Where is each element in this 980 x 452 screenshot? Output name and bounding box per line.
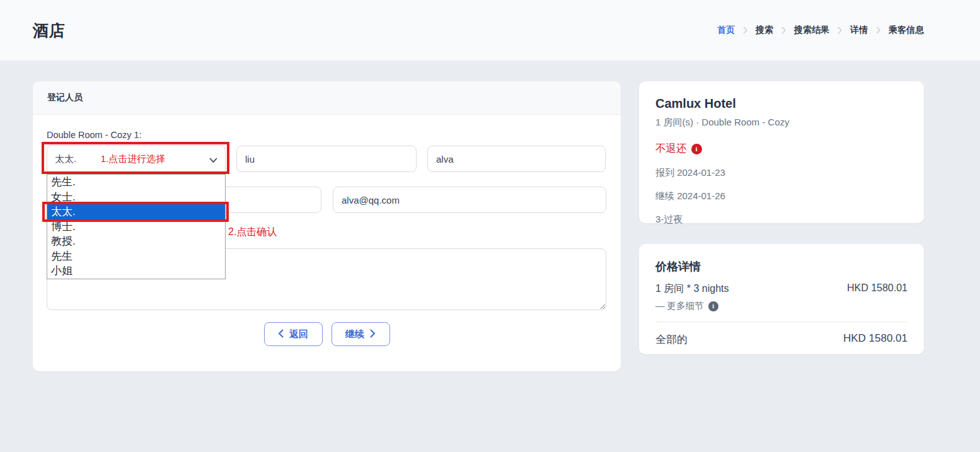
dropdown-option[interactable]: 教授. xyxy=(47,234,225,249)
breadcrumb-search-results[interactable]: 搜索结果 xyxy=(794,25,829,36)
price-card-title: 价格详情 xyxy=(655,259,908,274)
dropdown-option-selected[interactable]: 太太. xyxy=(47,204,225,219)
chevron-right-icon xyxy=(838,26,842,34)
refund-policy: 不退还 i xyxy=(655,142,908,156)
info-icon[interactable]: i xyxy=(691,144,702,154)
total-amount: HKD 1580.01 xyxy=(843,332,908,347)
top-header: 酒店 首页 搜索 搜索结果 详情 乘客信息 xyxy=(0,0,980,61)
price-line-label: 1 房间 * 3 nights xyxy=(655,282,729,296)
page-title: 酒店 xyxy=(33,20,66,41)
name-row: 太太. 1.点击进行选择 先生. 女士. 太太. 博士. 教授. 先生 小姐 xyxy=(47,145,607,173)
dropdown-option[interactable]: 博士. xyxy=(47,219,225,235)
total-label: 全部的 xyxy=(655,332,688,347)
continue-button[interactable]: 继续 xyxy=(331,322,390,346)
title-select-dropdown: 先生. 女士. 太太. 博士. 教授. 先生 小姐 xyxy=(47,174,226,279)
breadcrumb-search[interactable]: 搜索 xyxy=(756,25,773,36)
check-out-date: 继续 2024-01-26 xyxy=(655,190,908,202)
annotation-step2-label: 2.点击确认 xyxy=(228,226,277,239)
chevron-down-icon xyxy=(209,155,218,167)
price-line-amount: HKD 1580.01 xyxy=(847,282,908,296)
divider xyxy=(655,322,908,322)
title-select-value: 太太. xyxy=(55,153,76,165)
total-row: 全部的 HKD 1580.01 xyxy=(655,332,908,347)
breadcrumb: 首页 搜索 搜索结果 详情 乘客信息 xyxy=(717,25,924,36)
price-line-item: 1 房间 * 3 nights HKD 1580.01 xyxy=(655,282,908,296)
registration-card-header: 登记人员 xyxy=(33,81,621,115)
first-name-field[interactable] xyxy=(236,146,417,172)
more-details-label: — 更多细节 xyxy=(655,300,704,312)
dropdown-option[interactable]: 先生 xyxy=(47,249,225,264)
more-details-row: — 更多细节 i xyxy=(655,300,908,312)
back-button[interactable]: 返回 xyxy=(264,322,323,346)
chevron-left-icon xyxy=(278,329,284,340)
title-select[interactable]: 太太. 1.点击进行选择 xyxy=(47,145,226,173)
registration-card: 登记人员 Double Room - Cozy 1: 太太. 1.点击进行选择 … xyxy=(33,81,621,371)
form-actions: 返回 继续 xyxy=(47,322,607,346)
room-guest-label: Double Room - Cozy 1: xyxy=(47,130,607,140)
breadcrumb-passenger-info[interactable]: 乘客信息 xyxy=(889,25,924,36)
main-content: 登记人员 Double Room - Cozy 1: 太太. 1.点击进行选择 … xyxy=(0,61,980,371)
registration-form: Double Room - Cozy 1: 太太. 1.点击进行选择 先生. 女… xyxy=(33,115,621,346)
continue-button-label: 继续 xyxy=(345,328,364,340)
check-in-date: 报到 2024-01-23 xyxy=(655,167,908,179)
breadcrumb-details[interactable]: 详情 xyxy=(850,25,868,36)
room-summary: 1 房间(s) · Double Room - Cozy xyxy=(655,117,908,129)
booking-summary: Camlux Hotel 1 房间(s) · Double Room - Coz… xyxy=(639,81,924,354)
info-icon[interactable]: i xyxy=(708,301,718,311)
dropdown-option[interactable]: 小姐 xyxy=(47,264,225,279)
chevron-right-icon xyxy=(743,26,747,34)
chevron-right-icon xyxy=(781,26,786,34)
dropdown-option[interactable]: 先生. xyxy=(47,175,225,190)
email-field[interactable] xyxy=(333,187,606,213)
hotel-name: Camlux Hotel xyxy=(655,96,908,111)
dropdown-option[interactable]: 女士. xyxy=(47,190,225,205)
title-select-wrap: 太太. 1.点击进行选择 先生. 女士. 太太. 博士. 教授. 先生 小姐 xyxy=(47,145,226,173)
breadcrumb-home[interactable]: 首页 xyxy=(717,25,735,36)
chevron-right-icon xyxy=(370,329,376,340)
annotation-step1-label: 1.点击进行选择 xyxy=(64,153,202,165)
chevron-right-icon xyxy=(876,26,880,34)
hotel-card: Camlux Hotel 1 房间(s) · Double Room - Coz… xyxy=(639,81,924,223)
nights-count: 3-过夜 xyxy=(655,214,908,226)
refund-policy-label: 不退还 xyxy=(655,142,687,156)
back-button-label: 返回 xyxy=(289,328,308,340)
price-card: 价格详情 1 房间 * 3 nights HKD 1580.01 — 更多细节 … xyxy=(639,244,924,354)
last-name-field[interactable] xyxy=(427,146,606,172)
